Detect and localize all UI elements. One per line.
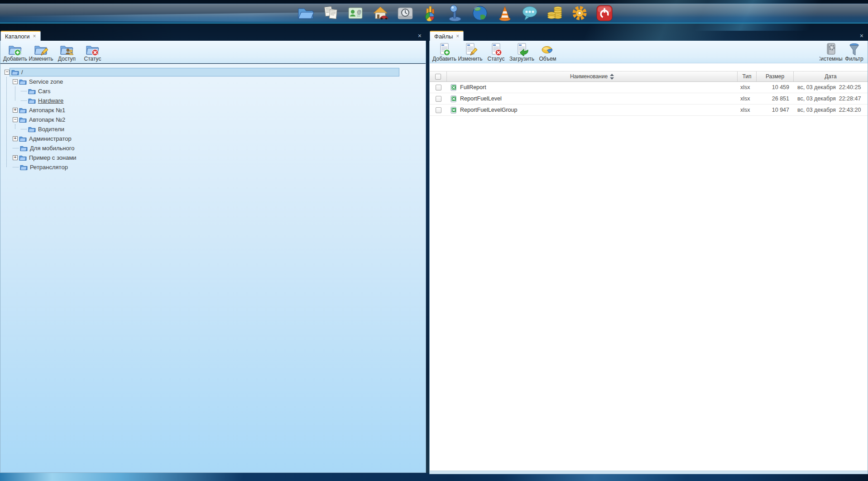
- expand-icon[interactable]: +: [13, 136, 18, 141]
- tree-folder-icon: [28, 126, 36, 133]
- file-edit-icon: [463, 42, 478, 56]
- tree-item-hardware[interactable]: Hardware: [0, 96, 426, 105]
- tree-item-пример-с-зонами[interactable]: +Пример с зонами: [0, 153, 426, 162]
- tree-item-label: Ретранслятор: [30, 164, 68, 171]
- upload-file-button[interactable]: Загрузить: [509, 42, 535, 63]
- add-file-button[interactable]: Добавить: [432, 42, 457, 63]
- statistics-icon[interactable]: [420, 1, 440, 23]
- tree-item-service-zone[interactable]: −Service zone: [0, 77, 426, 86]
- column-header-type[interactable]: Тип: [738, 71, 757, 81]
- system-book-icon: [824, 42, 839, 56]
- folder-status-icon: [85, 42, 100, 56]
- collapse-icon[interactable]: −: [5, 70, 10, 75]
- toolbar-button-label: Статус: [488, 56, 505, 62]
- file-name: ReportFuelLevelGroup: [460, 107, 517, 113]
- file-type: xlsx: [738, 105, 757, 115]
- toolbar-button-label: Изменить: [29, 56, 53, 62]
- tree-item--[interactable]: −/: [0, 67, 426, 77]
- globe-map-icon[interactable]: [470, 1, 490, 23]
- select-all-header[interactable]: [430, 71, 447, 81]
- file-date: вс, 03 декабря 22:43:20: [794, 105, 868, 115]
- tree-item-label: Cars: [38, 88, 50, 95]
- filter-button[interactable]: Фильтр: [843, 42, 866, 63]
- gear-settings-icon[interactable]: [570, 1, 590, 23]
- tab-files[interactable]: Файлы ×: [430, 31, 464, 41]
- tree-connector: [13, 167, 19, 167]
- files-toolbar-right: СистемныеФильтр: [820, 42, 866, 63]
- tree-item-для-мобильного[interactable]: Для мобильного: [0, 143, 426, 153]
- tab-files-label: Файлы: [434, 33, 453, 40]
- system-files-button[interactable]: Системные: [820, 42, 843, 63]
- file-row-reportfuellevelgroup[interactable]: ReportFuelLevelGroupxlsx10 947вс, 03 дек…: [430, 105, 868, 116]
- select-all-checkbox[interactable]: [435, 74, 441, 80]
- tree-folder-icon: [20, 145, 28, 152]
- catalogs-panel-close-icon[interactable]: ×: [418, 33, 422, 38]
- contacts-icon[interactable]: @: [345, 1, 365, 23]
- tree-item-label: Автопарк №2: [29, 116, 65, 123]
- tree-item-cars[interactable]: Cars: [0, 86, 426, 96]
- tree-connector: [21, 100, 27, 101]
- edit-catalog-button[interactable]: Изменить: [28, 42, 54, 63]
- tree-item-автопарк-2[interactable]: −Автопарк №2: [0, 115, 426, 124]
- files-rows: FullReportxlsx10 459вс, 03 декабря 22:40…: [430, 82, 868, 116]
- file-name: ReportFuelLevel: [460, 95, 502, 102]
- chat-icon[interactable]: [520, 1, 540, 23]
- column-header-name[interactable]: Наименование: [447, 71, 738, 81]
- catalogs-panel: Каталоги × × ДобавитьИзменитьДоступСтату…: [0, 31, 426, 473]
- home-objects-icon[interactable]: [370, 1, 390, 23]
- tab-catalogs[interactable]: Каталоги ×: [0, 31, 41, 41]
- files-table: Наименование Тип Размер Дата FullReportx…: [430, 71, 868, 116]
- tree-folder-icon: [19, 117, 27, 123]
- tree-folder-icon: [19, 107, 27, 114]
- file-name-cell: FullReport: [447, 82, 738, 93]
- files-tabstrip: Файлы × ×: [429, 31, 868, 41]
- toolbar-button-label: Статус: [84, 56, 101, 62]
- collapse-icon[interactable]: −: [13, 79, 18, 84]
- file-row-checkbox[interactable]: [436, 107, 441, 113]
- tree-item-ретранслятор[interactable]: Ретранслятор: [0, 162, 426, 172]
- tree-folder-icon: [19, 155, 27, 161]
- coins-finance-icon[interactable]: [545, 1, 565, 23]
- tree-item-администратор[interactable]: +Администратор: [0, 134, 426, 143]
- edit-file-button[interactable]: Изменить: [457, 42, 483, 63]
- files-toolbar: ДобавитьИзменитьСтатусЗагрузитьОбъем Сис…: [430, 41, 868, 63]
- catalogs-toolbar: ДобавитьИзменитьДоступСтатус: [0, 41, 426, 63]
- file-row-checkbox[interactable]: [436, 96, 441, 102]
- file-row-reportfuellevel[interactable]: ReportFuelLevelxlsx26 851вс, 03 декабря …: [430, 93, 868, 105]
- tree-selected-highlight: /: [10, 68, 399, 76]
- dock: @: [296, 1, 614, 23]
- expand-icon[interactable]: +: [13, 155, 18, 160]
- files-panel-close-icon[interactable]: ×: [860, 33, 863, 38]
- tab-files-close-icon[interactable]: ×: [456, 34, 459, 38]
- status-catalog-button[interactable]: Статус: [80, 42, 106, 63]
- tab-catalogs-close-icon[interactable]: ×: [33, 34, 36, 38]
- tree-folder-icon: [28, 98, 36, 104]
- catalogs-panel-body: ДобавитьИзменитьДоступСтатус −/−Service …: [0, 41, 426, 473]
- volume-button[interactable]: Объем: [535, 42, 561, 63]
- backup-drive-icon[interactable]: [395, 1, 415, 23]
- folder-access-icon: [59, 42, 74, 56]
- tree-item-label: Пример с зонами: [29, 154, 77, 161]
- tree-item-водители[interactable]: Водители: [0, 124, 426, 134]
- file-size: 10 947: [757, 105, 794, 115]
- column-header-date[interactable]: Дата: [794, 71, 868, 81]
- power-exit-icon[interactable]: [595, 1, 614, 23]
- status-file-button[interactable]: Статус: [483, 42, 509, 63]
- expand-icon[interactable]: +: [13, 108, 18, 113]
- tree-folder-icon: [28, 88, 36, 95]
- filter-funnel-icon: [847, 42, 862, 56]
- collapse-icon[interactable]: −: [13, 117, 18, 122]
- column-header-size[interactable]: Размер: [757, 71, 794, 81]
- traffic-cone-icon[interactable]: [495, 1, 515, 23]
- folder-icon[interactable]: [296, 1, 316, 23]
- add-catalog-button[interactable]: Добавить: [2, 42, 28, 63]
- toolbar-button-label: Добавить: [432, 56, 456, 62]
- documents-icon[interactable]: [321, 1, 340, 23]
- access-catalog-button[interactable]: Доступ: [54, 42, 80, 63]
- file-row-fullreport[interactable]: FullReportxlsx10 459вс, 03 декабря 22:40…: [430, 82, 868, 93]
- joystick-icon[interactable]: [445, 1, 465, 23]
- file-row-checkbox[interactable]: [436, 85, 441, 90]
- tree-item-автопарк-1[interactable]: +Автопарк №1: [0, 105, 426, 115]
- file-row-checkbox-cell: [430, 105, 447, 115]
- tree-folder-icon: [11, 69, 19, 76]
